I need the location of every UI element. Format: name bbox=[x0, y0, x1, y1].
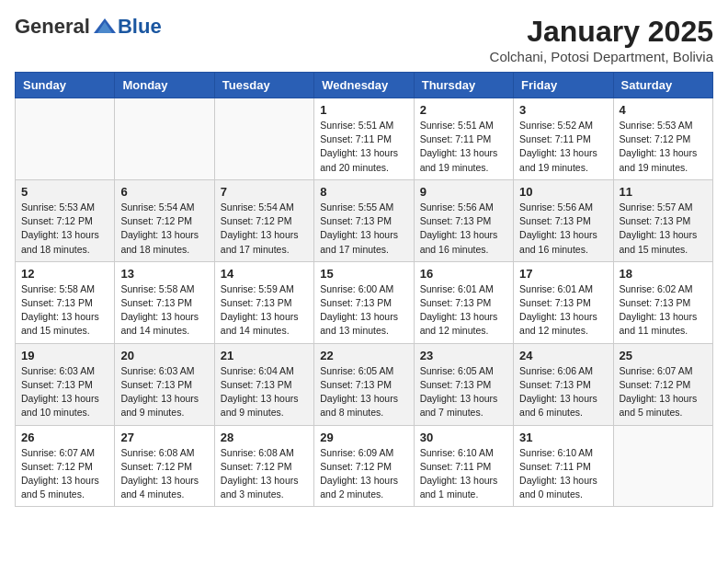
day-number: 9 bbox=[420, 185, 507, 199]
day-detail: Sunrise: 6:06 AM Sunset: 7:13 PM Dayligh… bbox=[519, 364, 607, 420]
calendar-day: 4Sunrise: 5:53 AM Sunset: 7:12 PM Daylig… bbox=[613, 98, 712, 180]
day-number: 6 bbox=[120, 185, 208, 199]
day-number: 30 bbox=[420, 431, 507, 444]
day-detail: Sunrise: 5:59 AM Sunset: 7:13 PM Dayligh… bbox=[221, 282, 308, 339]
calendar-title: January 2025 bbox=[490, 15, 713, 49]
logo-icon bbox=[92, 17, 118, 37]
day-number: 26 bbox=[21, 431, 108, 444]
day-number: 11 bbox=[620, 185, 707, 199]
logo-general: General bbox=[15, 15, 90, 39]
day-number: 5 bbox=[21, 185, 108, 199]
calendar-day bbox=[613, 425, 712, 507]
calendar-subtitle: Colchani, Potosi Department, Bolivia bbox=[490, 49, 713, 64]
day-header-friday: Friday bbox=[514, 73, 613, 98]
day-number: 22 bbox=[320, 349, 407, 362]
day-detail: Sunrise: 5:51 AM Sunset: 7:11 PM Dayligh… bbox=[420, 119, 507, 175]
calendar-day: 5Sunrise: 5:53 AM Sunset: 7:12 PM Daylig… bbox=[16, 179, 115, 261]
day-number: 31 bbox=[519, 431, 607, 444]
day-number: 12 bbox=[21, 267, 108, 281]
day-number: 28 bbox=[221, 431, 308, 444]
calendar-week-row: 19Sunrise: 6:03 AM Sunset: 7:13 PM Dayli… bbox=[16, 343, 713, 425]
calendar-day: 7Sunrise: 5:54 AM Sunset: 7:12 PM Daylig… bbox=[214, 179, 313, 261]
calendar-week-row: 12Sunrise: 5:58 AM Sunset: 7:13 PM Dayli… bbox=[16, 261, 713, 343]
calendar-day: 14Sunrise: 5:59 AM Sunset: 7:13 PM Dayli… bbox=[214, 261, 313, 343]
calendar-day: 31Sunrise: 6:10 AM Sunset: 7:11 PM Dayli… bbox=[514, 425, 613, 507]
day-detail: Sunrise: 6:03 AM Sunset: 7:13 PM Dayligh… bbox=[120, 364, 208, 420]
calendar-day: 29Sunrise: 6:09 AM Sunset: 7:12 PM Dayli… bbox=[314, 425, 414, 507]
day-number: 2 bbox=[420, 103, 507, 117]
day-number: 17 bbox=[519, 267, 607, 281]
calendar-day: 17Sunrise: 6:01 AM Sunset: 7:13 PM Dayli… bbox=[514, 261, 613, 343]
calendar-week-row: 1Sunrise: 5:51 AM Sunset: 7:11 PM Daylig… bbox=[16, 98, 713, 180]
day-header-sunday: Sunday bbox=[16, 73, 115, 98]
day-detail: Sunrise: 5:54 AM Sunset: 7:12 PM Dayligh… bbox=[221, 201, 308, 257]
day-detail: Sunrise: 5:56 AM Sunset: 7:13 PM Dayligh… bbox=[420, 201, 507, 257]
calendar-day: 23Sunrise: 6:05 AM Sunset: 7:13 PM Dayli… bbox=[414, 343, 513, 425]
calendar-day: 25Sunrise: 6:07 AM Sunset: 7:12 PM Dayli… bbox=[613, 343, 712, 425]
day-detail: Sunrise: 6:07 AM Sunset: 7:12 PM Dayligh… bbox=[620, 364, 707, 420]
day-number: 25 bbox=[620, 349, 707, 362]
day-number: 4 bbox=[620, 103, 707, 117]
calendar-day: 26Sunrise: 6:07 AM Sunset: 7:12 PM Dayli… bbox=[16, 425, 115, 507]
calendar-day: 21Sunrise: 6:04 AM Sunset: 7:13 PM Dayli… bbox=[214, 343, 313, 425]
day-detail: Sunrise: 6:04 AM Sunset: 7:13 PM Dayligh… bbox=[221, 364, 308, 420]
calendar-day: 27Sunrise: 6:08 AM Sunset: 7:12 PM Dayli… bbox=[115, 425, 214, 507]
calendar-day: 12Sunrise: 5:58 AM Sunset: 7:13 PM Dayli… bbox=[16, 261, 115, 343]
day-header-saturday: Saturday bbox=[613, 73, 712, 98]
calendar-day: 11Sunrise: 5:57 AM Sunset: 7:13 PM Dayli… bbox=[613, 179, 712, 261]
day-detail: Sunrise: 6:05 AM Sunset: 7:13 PM Dayligh… bbox=[420, 364, 507, 420]
day-detail: Sunrise: 6:01 AM Sunset: 7:13 PM Dayligh… bbox=[519, 282, 607, 339]
calendar-day: 3Sunrise: 5:52 AM Sunset: 7:11 PM Daylig… bbox=[514, 98, 613, 180]
day-header-thursday: Thursday bbox=[414, 73, 513, 98]
calendar-day: 2Sunrise: 5:51 AM Sunset: 7:11 PM Daylig… bbox=[414, 98, 513, 180]
calendar-day: 28Sunrise: 6:08 AM Sunset: 7:12 PM Dayli… bbox=[214, 425, 313, 507]
day-header-tuesday: Tuesday bbox=[214, 73, 313, 98]
day-number: 3 bbox=[519, 103, 607, 117]
day-detail: Sunrise: 5:55 AM Sunset: 7:13 PM Dayligh… bbox=[320, 201, 407, 257]
calendar-day: 20Sunrise: 6:03 AM Sunset: 7:13 PM Dayli… bbox=[115, 343, 214, 425]
day-number: 13 bbox=[120, 267, 208, 281]
calendar-day: 13Sunrise: 5:58 AM Sunset: 7:13 PM Dayli… bbox=[115, 261, 214, 343]
day-number: 24 bbox=[519, 349, 607, 362]
day-number: 10 bbox=[519, 185, 607, 199]
calendar-day: 19Sunrise: 6:03 AM Sunset: 7:13 PM Dayli… bbox=[16, 343, 115, 425]
header: General Blue January 2025 Colchani, Poto… bbox=[15, 15, 713, 64]
calendar-week-row: 5Sunrise: 5:53 AM Sunset: 7:12 PM Daylig… bbox=[16, 179, 713, 261]
title-area: January 2025 Colchani, Potosi Department… bbox=[490, 15, 713, 64]
day-number: 19 bbox=[21, 349, 108, 362]
calendar-day: 24Sunrise: 6:06 AM Sunset: 7:13 PM Dayli… bbox=[514, 343, 613, 425]
calendar-header-row: SundayMondayTuesdayWednesdayThursdayFrid… bbox=[16, 73, 713, 98]
day-detail: Sunrise: 6:02 AM Sunset: 7:13 PM Dayligh… bbox=[620, 282, 707, 339]
day-detail: Sunrise: 6:08 AM Sunset: 7:12 PM Dayligh… bbox=[221, 446, 308, 502]
day-number: 27 bbox=[120, 431, 208, 444]
day-number: 21 bbox=[221, 349, 308, 362]
day-detail: Sunrise: 5:54 AM Sunset: 7:12 PM Dayligh… bbox=[120, 201, 208, 257]
day-detail: Sunrise: 6:08 AM Sunset: 7:12 PM Dayligh… bbox=[120, 446, 208, 502]
day-header-monday: Monday bbox=[115, 73, 214, 98]
day-detail: Sunrise: 6:01 AM Sunset: 7:13 PM Dayligh… bbox=[420, 282, 507, 339]
day-number: 18 bbox=[620, 267, 707, 281]
day-header-wednesday: Wednesday bbox=[314, 73, 414, 98]
logo: General Blue bbox=[15, 15, 162, 39]
day-detail: Sunrise: 6:07 AM Sunset: 7:12 PM Dayligh… bbox=[21, 446, 108, 502]
day-number: 8 bbox=[320, 185, 407, 199]
day-detail: Sunrise: 6:10 AM Sunset: 7:11 PM Dayligh… bbox=[519, 446, 607, 502]
calendar-day: 10Sunrise: 5:56 AM Sunset: 7:13 PM Dayli… bbox=[514, 179, 613, 261]
day-detail: Sunrise: 5:56 AM Sunset: 7:13 PM Dayligh… bbox=[519, 201, 607, 257]
day-detail: Sunrise: 6:03 AM Sunset: 7:13 PM Dayligh… bbox=[21, 364, 108, 420]
calendar-day bbox=[214, 98, 313, 180]
calendar-day: 18Sunrise: 6:02 AM Sunset: 7:13 PM Dayli… bbox=[613, 261, 712, 343]
day-detail: Sunrise: 5:57 AM Sunset: 7:13 PM Dayligh… bbox=[620, 201, 707, 257]
calendar-day: 16Sunrise: 6:01 AM Sunset: 7:13 PM Dayli… bbox=[414, 261, 513, 343]
day-number: 16 bbox=[420, 267, 507, 281]
calendar-day: 6Sunrise: 5:54 AM Sunset: 7:12 PM Daylig… bbox=[115, 179, 214, 261]
day-number: 20 bbox=[120, 349, 208, 362]
day-detail: Sunrise: 5:58 AM Sunset: 7:13 PM Dayligh… bbox=[21, 282, 108, 339]
calendar-day: 30Sunrise: 6:10 AM Sunset: 7:11 PM Dayli… bbox=[414, 425, 513, 507]
calendar-day: 15Sunrise: 6:00 AM Sunset: 7:13 PM Dayli… bbox=[314, 261, 414, 343]
day-number: 14 bbox=[221, 267, 308, 281]
day-detail: Sunrise: 5:53 AM Sunset: 7:12 PM Dayligh… bbox=[21, 201, 108, 257]
day-detail: Sunrise: 6:05 AM Sunset: 7:13 PM Dayligh… bbox=[320, 364, 407, 420]
calendar-table: SundayMondayTuesdayWednesdayThursdayFrid… bbox=[15, 72, 713, 507]
day-number: 29 bbox=[320, 431, 407, 444]
